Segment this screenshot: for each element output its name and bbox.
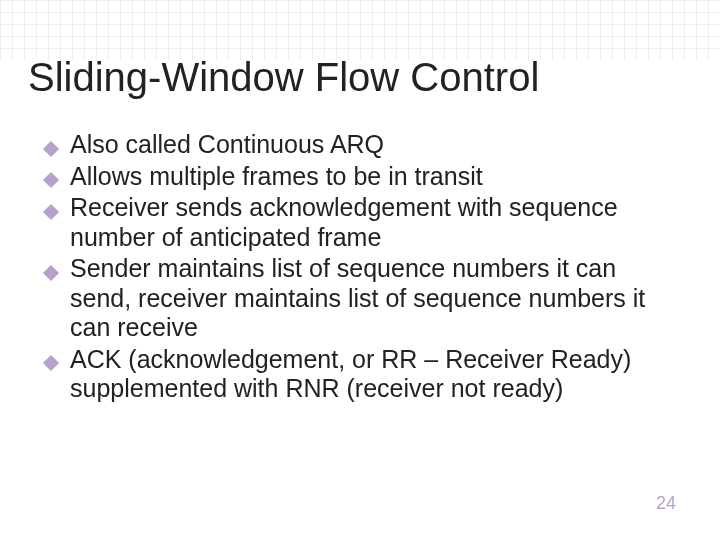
list-item-text: ACK (acknowledgement, or RR – Receiver R… [70, 345, 631, 403]
slide-body: Also called Continuous ARQ Allows multip… [0, 98, 720, 404]
diamond-bullet-icon [42, 259, 60, 277]
diamond-bullet-icon [42, 198, 60, 216]
svg-marker-2 [43, 203, 59, 219]
list-item: Also called Continuous ARQ [42, 130, 680, 160]
list-item-text: Sender maintains list of sequence number… [70, 254, 645, 341]
slide-content: Sliding-Window Flow Control Also called … [0, 0, 720, 404]
diamond-bullet-icon [42, 135, 60, 153]
list-item-text: Allows multiple frames to be in transit [70, 162, 483, 190]
svg-marker-1 [43, 172, 59, 188]
list-item: Allows multiple frames to be in transit [42, 162, 680, 192]
list-item-text: Receiver sends acknowledgement with sequ… [70, 193, 618, 251]
diamond-bullet-icon [42, 166, 60, 184]
svg-marker-0 [43, 140, 59, 156]
bullet-list: Also called Continuous ARQ Allows multip… [42, 130, 680, 404]
diamond-bullet-icon [42, 349, 60, 367]
list-item: Sender maintains list of sequence number… [42, 254, 680, 343]
svg-marker-4 [43, 355, 59, 371]
list-item-text: Also called Continuous ARQ [70, 130, 384, 158]
svg-marker-3 [43, 264, 59, 280]
list-item: ACK (acknowledgement, or RR – Receiver R… [42, 345, 680, 404]
slide: Sliding-Window Flow Control Also called … [0, 0, 720, 540]
slide-title: Sliding-Window Flow Control [0, 0, 720, 98]
page-number: 24 [656, 493, 676, 514]
list-item: Receiver sends acknowledgement with sequ… [42, 193, 680, 252]
